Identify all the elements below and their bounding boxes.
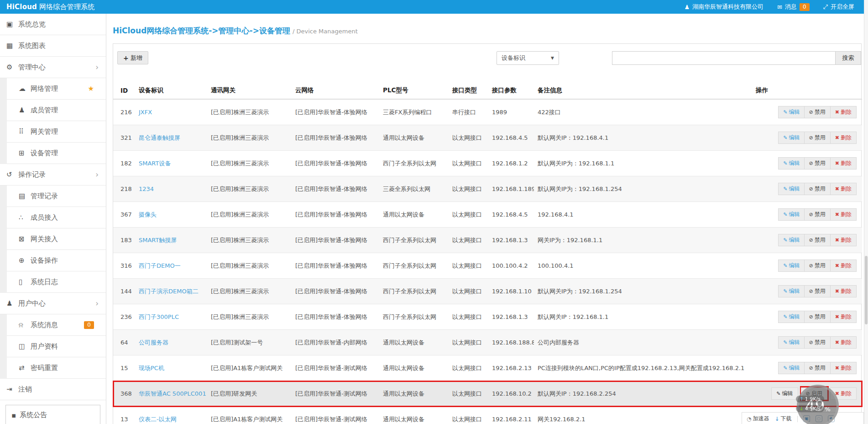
edit-button[interactable]: ✎编辑	[778, 285, 805, 297]
disable-button[interactable]: ⊘禁用	[804, 208, 831, 221]
delete-button[interactable]: ✖删除	[830, 311, 857, 323]
disable-button[interactable]: ⊘禁用	[804, 157, 831, 170]
filter-select[interactable]: 设备标识 ▼	[497, 51, 559, 65]
sidebar-item[interactable]: ♟ 成员管理 › ★	[7, 100, 106, 121]
edit-button[interactable]: ✎编辑	[778, 260, 805, 272]
sidebar-item[interactable]: ⇄ 密码重置 › ★	[7, 357, 106, 379]
device-link[interactable]: 西门子演示DEMO箱二	[139, 288, 199, 295]
sidebar-item[interactable]: ⠿ 网关管理 › ★	[7, 121, 106, 143]
sidebar-item[interactable]: ∴ 成员接入 › ★	[7, 207, 106, 228]
device-link[interactable]: 1234	[139, 186, 154, 192]
ban-icon: ⊘	[809, 365, 813, 371]
device-link[interactable]: SMART触摸屏	[139, 237, 177, 244]
sidebar-item[interactable]: ⊞ 设备管理 › ★	[7, 143, 106, 164]
cell-actions: ✎编辑⊘禁用✖删除	[752, 151, 862, 176]
cell-gateway: [已启用]A1栋客户测试网关	[207, 355, 292, 381]
company-menu[interactable]: ♟ 湖南华辰智通科技有限公司	[684, 3, 763, 11]
cell-plc: 通用以太网设备	[379, 381, 449, 407]
sidebar-item[interactable]: ⊠ 网关接入 › ★	[7, 228, 106, 250]
device-link[interactable]: SMART设备	[139, 160, 171, 167]
sidebar-item[interactable]: ⚙ 管理中心 › ★	[0, 57, 106, 78]
delete-button[interactable]: ✖删除	[830, 106, 857, 118]
sidebar-announcement-panel[interactable]: ▪ 系统公告	[5, 405, 100, 424]
table-row: 64 公司服务器 [已启用]测试架一号 [已启用]华辰智通-内部网络 通用以太网…	[113, 330, 862, 355]
disable-button[interactable]: ⊘禁用	[804, 183, 831, 195]
delete-button[interactable]: ✖删除	[830, 285, 857, 297]
delete-button[interactable]: ✖删除	[830, 362, 857, 374]
sidebar-item-label: 设备管理	[31, 149, 58, 158]
table-row: 182 SMART设备 [已启用]株洲三菱演示 [已启用]华辰智通-体验网络 西…	[113, 151, 862, 176]
scrollbar-thumb[interactable]	[865, 256, 868, 324]
delete-button[interactable]: ✖删除	[830, 183, 857, 195]
content-panel: + 新增 设备标识 ▼ 搜索 ID设备标识通讯网关云网络PLC型号接口类型接口参…	[113, 43, 862, 424]
disable-button[interactable]: ⊘禁用	[804, 336, 831, 349]
sidebar-item[interactable]: ☁ 网络管理 › ★	[7, 78, 106, 100]
device-link[interactable]: 西门子DEMO一	[139, 262, 181, 269]
up-arrow-icon: ↑	[800, 396, 804, 402]
sidebar-item-label: 用户资料	[31, 342, 58, 351]
sidebar-item[interactable]: ♟ 用户中心 › ★	[0, 293, 106, 314]
disable-button[interactable]: ⊘禁用	[804, 362, 831, 374]
cell-gateway: [已启用]株洲三菱演示	[207, 279, 292, 304]
edit-button[interactable]: ✎编辑	[778, 208, 805, 221]
add-button[interactable]: + 新增	[117, 51, 148, 64]
edit-button[interactable]: ✎编辑	[778, 132, 805, 144]
sidebar-item[interactable]: ▦ 系统图表 › ★	[0, 35, 106, 57]
pencil-icon: ✎	[783, 288, 787, 294]
sidebar-item[interactable]: ▤ 管理记录 › ★	[7, 186, 106, 207]
disable-button[interactable]: ⊘禁用	[804, 285, 831, 297]
delete-button[interactable]: ✖删除	[830, 132, 857, 144]
device-link[interactable]: 摄像头	[139, 211, 157, 218]
delete-button[interactable]: ✖删除	[830, 260, 857, 272]
cell-id: 367	[113, 202, 135, 228]
edit-button[interactable]: ✎编辑	[778, 336, 805, 349]
edit-button[interactable]: ✎编辑	[778, 234, 805, 246]
download-item[interactable]: ↓ 下载	[774, 415, 791, 423]
column-header: PLC型号	[379, 82, 449, 99]
sidebar-item[interactable]: ◫ 用户资料 › ★	[7, 336, 106, 357]
file-text-icon: ▤	[19, 192, 31, 200]
toggle-wrap: ⊘禁用	[805, 285, 831, 297]
column-header: 操作	[752, 82, 862, 99]
sidebar-item[interactable]: ⍾ 系统消息 › ★ 0	[7, 314, 106, 336]
disable-button[interactable]: ⊘禁用	[804, 132, 831, 144]
app-title-brand: HiCloud	[6, 3, 37, 11]
accelerator-item[interactable]: ◔ 加速器	[747, 415, 769, 423]
device-link[interactable]: 华辰智通AC 500PLC001	[139, 390, 206, 397]
delete-button[interactable]: ✖删除	[830, 336, 857, 349]
sidebar-item[interactable]: ▯ 系统日志 › ★	[7, 271, 106, 293]
device-link[interactable]: JXFX	[139, 109, 152, 116]
sidebar-item[interactable]: ⇥ 注销 › ★	[0, 379, 106, 400]
edit-button[interactable]: ✎编辑	[771, 387, 798, 400]
disable-button[interactable]: ⊘禁用	[804, 260, 831, 272]
fullscreen-button[interactable]: ⤢ 开启全屏	[823, 3, 854, 11]
sidebar-item[interactable]: ⊕ 设备操作 › ★	[7, 250, 106, 271]
cell-id: 216	[113, 99, 135, 125]
device-link[interactable]: 现场PC机	[139, 365, 164, 371]
disable-button[interactable]: ⊘禁用	[804, 311, 831, 323]
edit-button[interactable]: ✎编辑	[778, 157, 805, 170]
table-row: 216 JXFX [已启用]株洲三菱演示 [已启用]华辰智通-体验网络 三菱FX…	[113, 99, 862, 125]
edit-button[interactable]: ✎编辑	[778, 362, 805, 374]
edit-button[interactable]: ✎编辑	[778, 311, 805, 323]
delete-button[interactable]: ✖删除	[830, 234, 857, 246]
announcement-label: 系统公告	[20, 411, 47, 419]
cell-plc: 三菱全系列以太网	[379, 176, 449, 202]
device-link[interactable]: 仪表二-以太网	[139, 416, 177, 423]
delete-button[interactable]: ✖删除	[830, 157, 857, 170]
device-link[interactable]: 公司服务器	[139, 339, 168, 346]
pencil-icon: ✎	[783, 237, 787, 243]
disable-button[interactable]: ⊘禁用	[804, 234, 831, 246]
scrollbar[interactable]	[864, 0, 868, 424]
sidebar-item[interactable]: ▣ 系统总览 › ★	[0, 14, 106, 35]
edit-button[interactable]: ✎编辑	[778, 106, 805, 118]
messages-menu[interactable]: ✉ 消息 0	[777, 3, 810, 11]
search-button[interactable]: 搜索	[835, 51, 861, 65]
delete-button[interactable]: ✖删除	[830, 208, 857, 221]
search-input[interactable]	[612, 51, 835, 65]
edit-button[interactable]: ✎编辑	[778, 183, 805, 195]
sidebar-item[interactable]: ↺ 操作记录 › ★	[0, 164, 106, 186]
device-link[interactable]: 西门子300PLC	[139, 313, 179, 320]
disable-button[interactable]: ⊘禁用	[804, 106, 831, 118]
device-link[interactable]: 昆仑通泰触摸屏	[139, 134, 180, 141]
